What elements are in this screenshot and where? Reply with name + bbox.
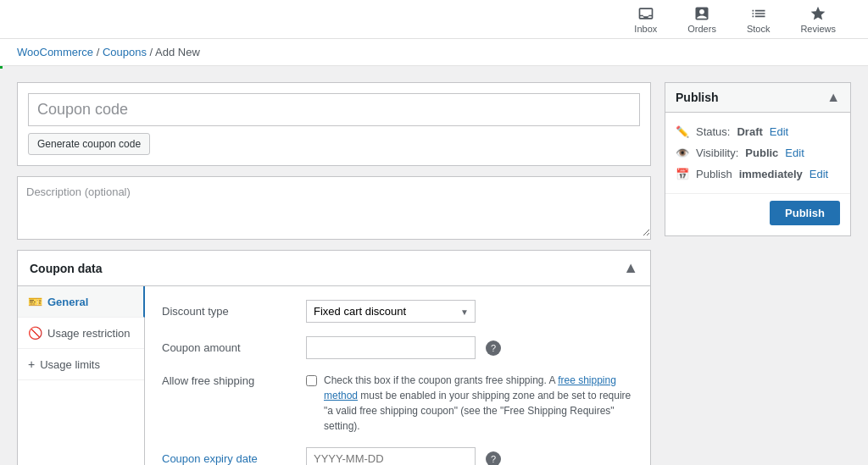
publish-panel: Publish ▲ ✏️ Status: Draft Edit 👁️ Visib… [665,82,851,236]
breadcrumb-woocommerce[interactable]: WooCommerce [17,46,93,58]
coupon-data-collapse-icon[interactable]: ▲ [623,259,638,277]
coupon-data-header: Coupon data ▲ [18,251,650,286]
content-area: Generate coupon code Coupon data ▲ 🎫 Gen… [17,82,651,465]
coupon-data-body: 🎫 General 🚫 Usage restriction + Usage li… [18,286,650,465]
free-shipping-row: Allow free shipping Check this box if th… [162,373,633,434]
coupon-tabs: 🎫 General 🚫 Usage restriction + Usage li… [18,286,145,465]
coupon-expiry-help-icon[interactable]: ? [486,451,501,466]
reviews-nav-item[interactable]: Reviews [785,0,851,39]
description-box [17,176,651,240]
publish-visibility-value: Public [745,147,778,159]
tab-usage-restriction-label: Usage restriction [47,327,131,340]
publish-status-pencil-icon: ✏️ [676,125,689,138]
publish-status-edit-link[interactable]: Edit [770,125,788,138]
inbox-nav-item[interactable]: Inbox [619,0,672,39]
tab-general[interactable]: 🎫 General [18,286,145,318]
tab-usage-restriction[interactable]: 🚫 Usage restriction [18,318,144,349]
breadcrumb-sep1: / [97,46,103,58]
discount-type-label: Discount type [162,300,298,318]
inbox-label: Inbox [634,24,657,34]
usage-restriction-tab-icon: 🚫 [28,326,42,340]
discount-type-select[interactable]: Percentage discount Fixed cart discount … [306,300,476,323]
publish-time-row: 📅 Publish immediately Edit [676,163,840,185]
coupon-expiry-row: Coupon expiry date ? [162,447,633,465]
inbox-icon [637,5,654,22]
publish-time-edit-link[interactable]: Edit [810,168,828,180]
main-layout: Generate coupon code Coupon data ▲ 🎫 Gen… [0,69,868,465]
publish-panel-collapse-icon[interactable]: ▲ [826,90,840,105]
publish-calendar-icon: 📅 [676,168,689,180]
publish-visibility-eye-icon: 👁️ [676,147,689,159]
free-shipping-content: Check this box if the coupon grants free… [306,373,633,434]
free-shipping-checkbox[interactable] [306,375,317,386]
discount-type-select-wrap: Percentage discount Fixed cart discount … [306,300,476,323]
coupon-amount-label: Coupon amount [162,336,298,354]
discount-type-control: Percentage discount Fixed cart discount … [306,300,633,323]
usage-limits-tab-icon: + [28,357,35,371]
coupon-data-title: Coupon data [30,262,103,275]
tab-content-general: Discount type Percentage discount Fixed … [145,286,650,465]
free-shipping-text1: Check this box if the coupon grants free… [324,374,558,386]
tab-usage-limits-label: Usage limits [40,358,100,371]
tab-general-label: General [47,296,88,308]
publish-visibility-row: 👁️ Visibility: Public Edit [676,142,840,163]
breadcrumb-coupons[interactable]: Coupons [103,46,147,58]
description-textarea[interactable] [18,177,650,236]
breadcrumb: WooCommerce / Coupons / Add New [0,39,868,66]
coupon-expiry-input[interactable] [306,447,476,465]
publish-panel-title: Publish [676,91,719,104]
coupon-amount-input[interactable]: 0 [306,336,476,359]
free-shipping-label: Allow free shipping [162,373,298,387]
sidebar-area: Publish ▲ ✏️ Status: Draft Edit 👁️ Visib… [665,82,851,465]
orders-icon [693,5,710,22]
stock-nav-item[interactable]: Stock [732,0,786,39]
publish-time-value: immediately [739,168,803,180]
orders-nav-item[interactable]: Orders [672,0,732,39]
coupon-expiry-label: Coupon expiry date [162,447,298,465]
coupon-amount-help-icon[interactable]: ? [486,340,501,356]
publish-actions: Publish [665,193,850,235]
publish-visibility-label: Visibility: [696,147,738,159]
coupon-expiry-control: ? [306,447,633,465]
free-shipping-text2: must be enabled in your shipping zone an… [324,390,631,432]
coupon-code-box: Generate coupon code [17,82,651,166]
breadcrumb-addnew: Add New [155,46,200,58]
discount-type-row: Discount type Percentage discount Fixed … [162,300,633,323]
publish-status-value: Draft [737,125,762,138]
coupon-amount-control: 0 ? [306,336,633,359]
reviews-label: Reviews [800,24,836,34]
publish-panel-body: ✏️ Status: Draft Edit 👁️ Visibility: Pub… [665,113,850,193]
publish-status-label: Status: [696,125,730,138]
publish-panel-header: Publish ▲ [665,83,850,113]
publish-visibility-edit-link[interactable]: Edit [785,147,804,159]
coupon-code-input[interactable] [28,93,640,126]
publish-status-row: ✏️ Status: Draft Edit [676,121,840,142]
publish-button[interactable]: Publish [770,201,840,225]
reviews-icon [810,5,826,22]
free-shipping-description: Check this box if the coupon grants free… [324,373,633,434]
tab-usage-limits[interactable]: + Usage limits [18,349,144,380]
coupon-amount-row: Coupon amount 0 ? [162,336,633,359]
stock-label: Stock [747,24,771,34]
generate-coupon-button[interactable]: Generate coupon code [28,133,150,155]
general-tab-icon: 🎫 [28,295,42,308]
stock-icon [750,5,767,22]
publish-time-label: Publish [696,168,732,180]
topbar-icon-group: Inbox Orders Stock Reviews [619,0,851,39]
orders-label: Orders [687,24,716,34]
coupon-data-panel: Coupon data ▲ 🎫 General 🚫 Usage restrict… [17,250,651,465]
topbar: Inbox Orders Stock Reviews [0,0,868,39]
